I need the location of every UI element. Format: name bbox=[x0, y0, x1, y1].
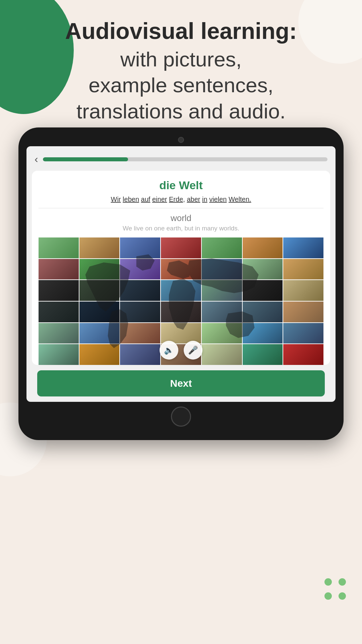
mosaic-cell bbox=[161, 302, 201, 322]
tablet-wrapper: ‹ die Welt Wir leben auf einer Erde, abe… bbox=[18, 127, 344, 440]
mosaic-cell bbox=[120, 259, 160, 280]
bg-dots-bottom-right bbox=[322, 576, 349, 604]
progress-bar-row: ‹ bbox=[32, 153, 330, 171]
mosaic-cell bbox=[202, 280, 242, 301]
mosaic-cell bbox=[39, 323, 79, 344]
mosaic-cell bbox=[79, 344, 120, 365]
mosaic-cell bbox=[120, 237, 160, 258]
mosaic-cell bbox=[243, 344, 283, 365]
mosaic-cell bbox=[283, 237, 323, 258]
mosaic-cell bbox=[243, 280, 283, 301]
mosaic-cell bbox=[39, 344, 79, 365]
mosaic-cell bbox=[39, 237, 79, 258]
speaker-button[interactable]: 🔈 bbox=[160, 341, 178, 360]
mosaic-cell bbox=[243, 259, 283, 280]
mosaic-cell bbox=[243, 302, 283, 322]
mosaic-cell bbox=[79, 302, 120, 322]
mosaic-cell bbox=[161, 237, 201, 258]
mosaic-cell bbox=[39, 302, 79, 322]
tablet-home-button[interactable] bbox=[171, 407, 191, 427]
progress-fill bbox=[43, 157, 128, 161]
mosaic-cell bbox=[79, 323, 120, 344]
mosaic-cell bbox=[120, 280, 160, 301]
word-english: world bbox=[39, 213, 323, 223]
back-button[interactable]: ‹ bbox=[35, 153, 38, 165]
mosaic-cell bbox=[79, 237, 120, 258]
header-subtitle: with pictures,example sentences,translat… bbox=[20, 46, 342, 124]
next-button[interactable]: Next bbox=[37, 370, 325, 396]
mosaic-cell bbox=[283, 302, 323, 322]
mic-button[interactable]: 🎤 bbox=[184, 341, 202, 360]
tablet-outer: ‹ die Welt Wir leben auf einer Erde, abe… bbox=[18, 127, 344, 440]
mosaic-cell bbox=[120, 323, 160, 344]
word-translation: We live on one earth, but in many worlds… bbox=[39, 225, 323, 232]
word-card: die Welt Wir leben auf einer Erde, aber … bbox=[32, 171, 330, 365]
mosaic-cell bbox=[283, 259, 323, 280]
screen-inner: ‹ die Welt Wir leben auf einer Erde, abe… bbox=[26, 146, 336, 402]
mosaic-cell bbox=[283, 280, 323, 301]
speaker-icon: 🔈 bbox=[164, 345, 174, 355]
mosaic-cell bbox=[161, 259, 201, 280]
mic-icon: 🎤 bbox=[188, 345, 198, 355]
mosaic-cell bbox=[202, 259, 242, 280]
mosaic-cell bbox=[283, 323, 323, 344]
mosaic-cell bbox=[202, 323, 242, 344]
mosaic-cell bbox=[39, 280, 79, 301]
mosaic-cell bbox=[120, 302, 160, 322]
header-title: Audiovisual learning: bbox=[20, 18, 342, 44]
example-sentence: Wir leben auf einer Erde, aber in vielen… bbox=[39, 195, 323, 204]
image-mosaic: 🔈 🎤 bbox=[39, 237, 323, 365]
mosaic-cell bbox=[202, 302, 242, 322]
audio-controls: 🔈 🎤 bbox=[160, 341, 202, 360]
mosaic-cell bbox=[243, 323, 283, 344]
mosaic-cell bbox=[79, 259, 120, 280]
header-section: Audiovisual learning: with pictures,exam… bbox=[20, 18, 342, 124]
mosaic-cell bbox=[39, 259, 79, 280]
next-btn-wrapper: Next bbox=[32, 365, 330, 402]
mosaic-cell bbox=[243, 237, 283, 258]
progress-track bbox=[43, 157, 327, 161]
mosaic-cell bbox=[161, 280, 201, 301]
mosaic-cell bbox=[202, 237, 242, 258]
word-german: die Welt bbox=[39, 179, 323, 192]
mosaic-cell bbox=[120, 344, 160, 365]
mosaic-cell bbox=[283, 344, 323, 365]
tablet-camera bbox=[178, 137, 184, 143]
card-divider bbox=[39, 208, 323, 208]
mosaic-cell bbox=[202, 344, 242, 365]
mosaic-cell bbox=[79, 280, 120, 301]
tablet-screen: ‹ die Welt Wir leben auf einer Erde, abe… bbox=[26, 146, 336, 402]
